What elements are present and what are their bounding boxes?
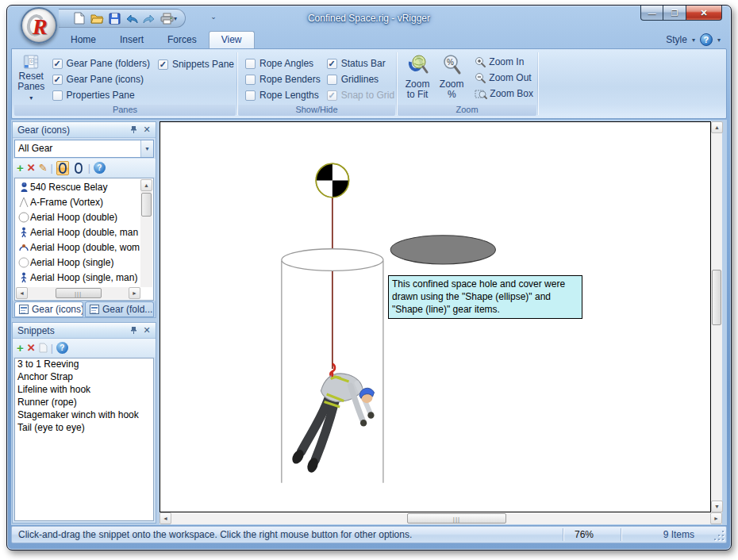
rigging-canvas[interactable]: This confined space hole and cover were … xyxy=(160,121,711,512)
zoom-to-fit-button[interactable]: Zoom to Fit xyxy=(400,52,435,103)
snippets-pane-header[interactable]: Snippets ✕ xyxy=(13,323,156,339)
style-dropdown-caret[interactable]: ▾ xyxy=(692,36,695,44)
zoom-out-button[interactable]: Zoom Out xyxy=(475,71,533,85)
checkbox-box[interactable] xyxy=(327,75,337,85)
tab-view[interactable]: View xyxy=(209,31,255,48)
checkbox-box[interactable]: ✓ xyxy=(52,75,63,85)
checkbox-box[interactable] xyxy=(245,90,256,101)
zoom-percent-button[interactable]: % Zoom % xyxy=(435,52,468,103)
canvas-hscrollbar[interactable]: ◄ ||| ► xyxy=(160,512,722,524)
ribbon-tab-row: Home Insert Forces View Style ▾ ? ▾ xyxy=(11,30,727,48)
status-zoom-level[interactable]: 76% xyxy=(563,527,621,543)
style-menu[interactable]: Style xyxy=(666,34,687,45)
close-icon[interactable]: ✕ xyxy=(141,125,152,135)
checkbox-box[interactable]: ✓ xyxy=(327,59,337,69)
gear-list-item[interactable]: Aerial Hoop (single) xyxy=(16,255,140,270)
snippet-item[interactable]: Stagemaker winch with hook xyxy=(15,409,153,422)
status-item-count: 9 Items xyxy=(621,527,715,543)
snippet-item[interactable]: Runner (rope) xyxy=(15,397,153,409)
minimize-button[interactable]: — xyxy=(640,6,663,21)
checkbox-box[interactable]: ✓ xyxy=(52,59,63,69)
dropdown-arrow-icon[interactable]: ▼ xyxy=(140,140,153,157)
carabiner-view-button[interactable] xyxy=(72,161,85,175)
gear-list-item[interactable]: Aerial Hoop (single, man) xyxy=(16,270,140,285)
pin-icon[interactable] xyxy=(130,125,141,134)
pin-icon[interactable] xyxy=(130,326,141,335)
window-title: Confined Space.rig - vRigger xyxy=(11,13,727,24)
gear-list-item[interactable]: Aerial Hoop (double) xyxy=(16,209,140,224)
checkbox-gridlines[interactable]: Gridlines xyxy=(327,71,394,87)
gear-filter-dropdown[interactable]: All Gear ▼ xyxy=(14,140,154,158)
gear-list-hscrollbar[interactable]: ◄ ||| ► xyxy=(16,287,140,299)
snippet-item[interactable]: Tail (eye to eye) xyxy=(15,422,153,435)
gear-pane-header[interactable]: Gear (icons) ✕ xyxy=(13,122,156,138)
checkbox-snippets-pane[interactable]: ✓ Snippets Pane xyxy=(158,56,234,73)
delete-snippet-button[interactable]: ✕ xyxy=(27,342,36,354)
zoom-in-button[interactable]: Zoom In xyxy=(475,55,533,69)
delete-gear-button[interactable]: ✕ xyxy=(27,162,36,174)
tab-insert[interactable]: Insert xyxy=(108,32,156,48)
snippets-list[interactable]: 3 to 1 Reeving Anchor Strap Lifeline wit… xyxy=(14,358,154,521)
ribbon-group-showhide: Rope Angles Rope Benders Rope Lengths ✓ … xyxy=(237,51,397,117)
titlebar[interactable]: R ▾ ⌄ Confined Space.rig - vRigge xyxy=(11,6,727,30)
checkbox-rope-lengths[interactable]: Rope Lengths xyxy=(245,87,321,103)
scroll-left-icon[interactable]: ◄ xyxy=(16,287,28,299)
snippet-item[interactable]: 3 to 1 Reeving xyxy=(15,359,153,371)
checkbox-gear-pane-icons[interactable]: ✓ Gear Pane (icons) xyxy=(52,71,150,87)
gear-list-item[interactable]: A-Frame (Vortex) xyxy=(16,194,140,209)
checkbox-box[interactable] xyxy=(245,59,256,69)
snippet-item[interactable]: Lifeline with hook xyxy=(15,384,153,397)
gear-list-item[interactable]: Aerial Hoop (double, wom xyxy=(16,240,140,255)
scroll-right-icon[interactable]: ► xyxy=(129,287,140,299)
scroll-down-icon[interactable]: ▼ xyxy=(711,501,723,512)
gear-list[interactable]: 540 Rescue Belay A-Frame (Vortex) Aerial… xyxy=(14,178,154,301)
close-button[interactable]: ✕ xyxy=(686,6,722,21)
checkbox-rope-benders[interactable]: Rope Benders xyxy=(245,71,321,87)
new-snippet-page-icon[interactable] xyxy=(39,343,48,353)
checkbox-rope-angles[interactable]: Rope Angles xyxy=(245,56,321,71)
gear-list-item[interactable]: 540 Rescue Belay xyxy=(16,179,140,194)
close-icon[interactable]: ✕ xyxy=(141,325,152,336)
tab-forces[interactable]: Forces xyxy=(156,32,209,48)
help-icon[interactable]: ? xyxy=(700,33,713,46)
help-dropdown-caret[interactable]: ▾ xyxy=(717,36,721,44)
checkbox-status-bar[interactable]: ✓ Status Bar xyxy=(327,56,394,71)
edit-gear-button[interactable]: ✎ xyxy=(39,162,48,174)
tab-gear-folders[interactable]: Gear (fold... xyxy=(85,301,154,317)
scroll-up-icon[interactable]: ▲ xyxy=(140,179,152,191)
zoom-box-button[interactable]: Zoom Box xyxy=(475,86,533,101)
checkbox-gear-pane-folders[interactable]: ✓ Gear Pane (folders) xyxy=(52,56,150,71)
checkbox-box[interactable] xyxy=(245,75,256,85)
vscroll-thumb[interactable] xyxy=(141,193,152,217)
hscroll-thumb[interactable]: ||| xyxy=(56,288,102,298)
maximize-button[interactable]: ❐ xyxy=(663,6,686,21)
gear-list-vscrollbar[interactable]: ▲ xyxy=(140,179,152,287)
resize-grip[interactable] xyxy=(715,527,726,543)
vrigger-logo-icon[interactable]: R xyxy=(21,7,57,44)
snippets-help-icon[interactable]: ? xyxy=(56,342,68,354)
checkbox-box[interactable] xyxy=(52,90,63,101)
vscroll-thumb[interactable] xyxy=(712,270,721,325)
gear-filter-value: All Gear xyxy=(15,140,140,157)
canvas-note[interactable]: This confined space hole and cover were … xyxy=(388,275,582,319)
gear-list-item[interactable]: Aerial Hoop (double, man xyxy=(16,224,140,240)
tab-gear-icons[interactable]: Gear (icons) xyxy=(14,301,83,317)
add-snippet-button[interactable]: + xyxy=(17,341,24,355)
snippet-item[interactable]: Anchor Strap xyxy=(15,371,153,384)
tab-home[interactable]: Home xyxy=(59,32,108,48)
checkbox-box[interactable]: ✓ xyxy=(158,59,168,70)
carabiner-view-selected-button[interactable] xyxy=(56,161,69,175)
checkbox-label: Status Bar xyxy=(341,58,386,69)
scroll-up-icon[interactable]: ▲ xyxy=(711,121,723,133)
hoop-icon xyxy=(17,212,30,223)
checkbox-properties-pane[interactable]: Properties Pane xyxy=(52,87,150,103)
checkbox-label: Gridlines xyxy=(341,74,379,85)
hscroll-thumb[interactable]: ||| xyxy=(407,513,506,524)
checkbox-label: Rope Angles xyxy=(259,58,313,69)
scroll-left-icon[interactable]: ◄ xyxy=(160,512,171,524)
canvas-vscrollbar[interactable]: ▲ ▼ xyxy=(711,121,722,512)
gear-help-icon[interactable]: ? xyxy=(94,162,106,174)
scroll-right-icon[interactable]: ► xyxy=(710,512,722,524)
add-gear-button[interactable]: + xyxy=(17,161,24,175)
reset-panes-button[interactable]: 0 Reset Panes ▾ xyxy=(17,52,46,103)
